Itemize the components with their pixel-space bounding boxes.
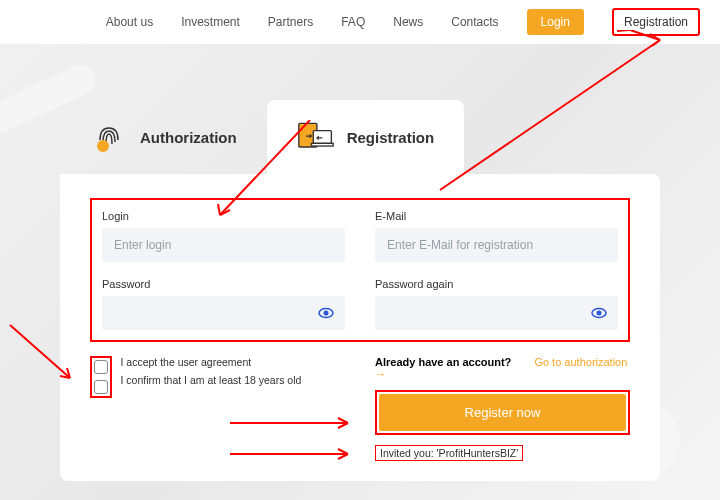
age-label: I confirm that I am at least 18 years ol… — [120, 374, 301, 386]
register-button-annotation: Register now — [375, 390, 630, 435]
registration-button[interactable]: Registration — [612, 8, 700, 36]
login-label: Login — [102, 210, 345, 222]
nav-news[interactable]: News — [393, 15, 423, 29]
already-account: Already have an account? Go to authoriza… — [375, 356, 630, 380]
svg-rect-3 — [311, 143, 333, 146]
invited-by-text: Invited you: 'ProfitHuntersBIZ' — [380, 447, 518, 459]
password-label: Password — [102, 278, 345, 290]
tab-authorization[interactable]: Authorization — [60, 100, 267, 174]
checkbox-agreement[interactable] — [94, 360, 108, 374]
svg-point-0 — [97, 140, 109, 152]
register-devices-icon — [297, 118, 335, 156]
form-fields-annotation: Login E-Mail Password — [90, 198, 630, 342]
fingerprint-icon — [90, 118, 128, 156]
password-input[interactable] — [102, 296, 345, 330]
invited-by-annotation: Invited you: 'ProfitHuntersBIZ' — [375, 445, 523, 461]
tab-authorization-label: Authorization — [140, 129, 237, 146]
password2-label: Password again — [375, 278, 618, 290]
svg-point-7 — [597, 311, 602, 316]
agreement-label: I accept the user agreement — [120, 356, 251, 368]
email-input[interactable] — [375, 228, 618, 262]
checkboxes-group: I accept the user agreement I confirm th… — [90, 356, 345, 398]
tab-registration-label: Registration — [347, 129, 435, 146]
already-text: Already have an account? — [375, 356, 511, 368]
form-container: Authorization Registration Login — [60, 100, 660, 481]
svg-rect-2 — [313, 131, 331, 144]
checkboxes-annotation — [90, 356, 112, 398]
login-input[interactable] — [102, 228, 345, 262]
nav-about[interactable]: About us — [106, 15, 153, 29]
eye-icon[interactable] — [317, 304, 335, 322]
tabs: Authorization Registration — [60, 100, 660, 174]
tab-registration[interactable]: Registration — [267, 100, 465, 174]
nav-investment[interactable]: Investment — [181, 15, 240, 29]
nav-faq[interactable]: FAQ — [341, 15, 365, 29]
checkbox-age[interactable] — [94, 380, 108, 394]
nav-contacts[interactable]: Contacts — [451, 15, 498, 29]
register-now-button[interactable]: Register now — [379, 394, 626, 431]
email-label: E-Mail — [375, 210, 618, 222]
top-navigation: About us Investment Partners FAQ News Co… — [0, 0, 720, 44]
svg-point-5 — [324, 311, 329, 316]
password2-input[interactable] — [375, 296, 618, 330]
nav-partners[interactable]: Partners — [268, 15, 313, 29]
eye-icon[interactable] — [590, 304, 608, 322]
form-panel: Login E-Mail Password — [60, 174, 660, 481]
login-button[interactable]: Login — [527, 9, 584, 35]
